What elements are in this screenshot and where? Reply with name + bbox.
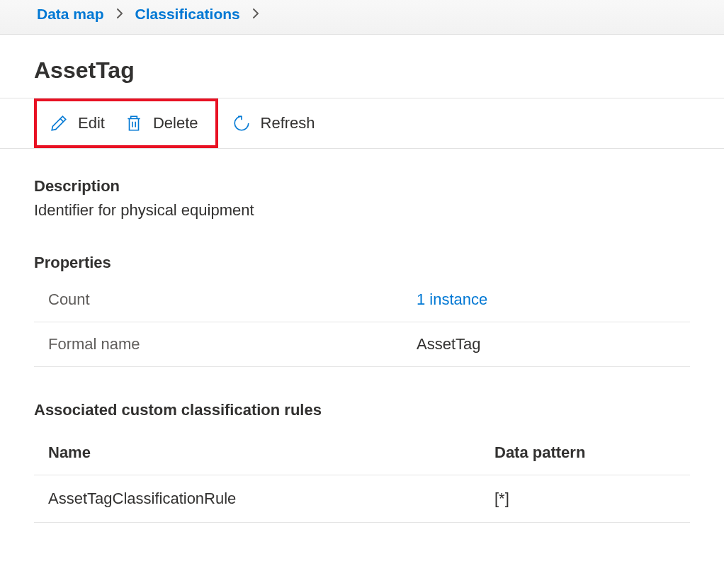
- chevron-right-icon: [115, 7, 124, 22]
- properties-section: Properties Count 1 instance Formal name …: [34, 254, 690, 367]
- property-value-count[interactable]: 1 instance: [417, 290, 487, 309]
- edit-button[interactable]: Edit: [40, 108, 115, 138]
- property-row: Count 1 instance: [34, 278, 690, 322]
- rule-pattern-cell: [*]: [494, 490, 690, 508]
- edit-button-label: Edit: [78, 114, 105, 132]
- description-heading: Description: [34, 177, 690, 196]
- delete-button-label: Delete: [153, 114, 198, 132]
- description-text: Identifier for physical equipment: [34, 201, 690, 220]
- refresh-button[interactable]: Refresh: [222, 108, 325, 138]
- description-section: Description Identifier for physical equi…: [34, 177, 690, 220]
- breadcrumb-link-datamap[interactable]: Data map: [37, 6, 104, 23]
- table-row[interactable]: AssetTagClassificationRule [*]: [34, 475, 690, 523]
- property-row: Formal name AssetTag: [34, 322, 690, 367]
- refresh-button-label: Refresh: [261, 114, 315, 132]
- refresh-icon: [232, 114, 251, 132]
- pencil-icon: [50, 114, 68, 132]
- highlight-annotation: Edit Delete: [34, 98, 218, 148]
- property-label: Count: [48, 290, 417, 309]
- page-title: AssetTag: [0, 35, 724, 98]
- breadcrumb-link-classifications[interactable]: Classifications: [135, 6, 240, 23]
- rules-heading: Associated custom classification rules: [34, 401, 690, 419]
- breadcrumb: Data map Classifications: [37, 6, 724, 23]
- properties-heading: Properties: [34, 254, 690, 272]
- property-value-formalname: AssetTag: [417, 335, 481, 354]
- chevron-right-icon: [251, 7, 260, 22]
- rule-name-cell: AssetTagClassificationRule: [48, 490, 494, 508]
- delete-button[interactable]: Delete: [115, 108, 208, 138]
- trash-icon: [125, 114, 143, 132]
- property-label: Formal name: [48, 335, 417, 354]
- table-header: Name Data pattern: [34, 431, 690, 475]
- rules-section: Associated custom classification rules N…: [34, 401, 690, 523]
- column-header-name[interactable]: Name: [48, 443, 494, 462]
- toolbar: Edit Delete Refresh: [0, 98, 724, 149]
- column-header-pattern[interactable]: Data pattern: [494, 443, 690, 462]
